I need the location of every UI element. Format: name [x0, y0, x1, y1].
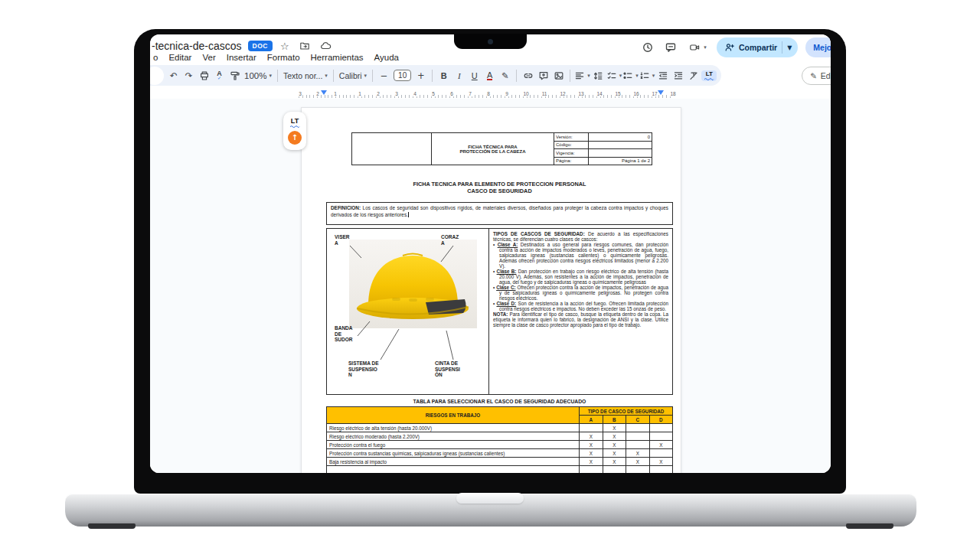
print-button[interactable]	[197, 68, 211, 83]
languagetool-upgrade-button[interactable]: ↑	[288, 131, 302, 145]
add-comment-button[interactable]	[536, 68, 550, 83]
google-docs-window: -tecnica-de-cascos DOC ☆ oEditarVerInser…	[150, 34, 831, 473]
header-label: Versión:	[554, 133, 589, 142]
bold-button[interactable]: B	[436, 68, 451, 83]
class-header-cell: A	[580, 416, 603, 424]
redo-button[interactable]: ↷	[181, 68, 196, 83]
menu-item[interactable]: Formato	[267, 53, 300, 62]
ruler-number: 7	[468, 91, 472, 96]
numbered-list-button[interactable]: ▾	[639, 68, 655, 83]
menu-item[interactable]: Editar	[168, 53, 191, 62]
helmet-class-item: • Clase D: Son de resistencia a la acció…	[493, 301, 668, 311]
mark-cell: X	[649, 458, 673, 466]
font-select[interactable]: Calibri▾	[338, 68, 368, 83]
decrease-font-button[interactable]: −	[377, 68, 391, 83]
languagetool-toolbar-button[interactable]: LT	[701, 70, 717, 81]
header-title-cell: FICHA TÉCNICA PARA PROTECCIÓN DE LA CABE…	[432, 133, 554, 165]
mark-cell	[626, 441, 650, 449]
helmet-info-table: VISERA CORAZA BANDA DE SUDOR SISTEMA DE …	[326, 228, 673, 395]
mark-cell: X	[603, 424, 626, 432]
underline-button[interactable]: U	[467, 68, 482, 83]
risk-cell: Riesgo eléctrico moderado (hasta 2.200V)	[327, 432, 580, 441]
ruler-number: 10	[522, 91, 529, 96]
improve-button[interactable]: Mejorar e	[805, 37, 831, 57]
ruler-number: 8	[486, 91, 491, 96]
mark-cell	[649, 432, 673, 441]
ruler-number: 5	[431, 91, 436, 96]
table-row	[327, 466, 673, 474]
edit-mode-button[interactable]: ✎ Edic	[802, 67, 831, 85]
risk-cell: Baja resistencia al impacto	[327, 458, 580, 466]
pencil-icon: ✎	[810, 71, 817, 80]
ruler-number: 6	[449, 91, 454, 96]
paint-format-icon[interactable]	[227, 68, 242, 83]
spellcheck-icon[interactable]: A✓	[212, 68, 227, 83]
menu-bar: oEditarVerInsertarFormatoHerramientasAyu…	[153, 53, 399, 62]
align-select[interactable]: ▾	[574, 68, 590, 83]
increase-font-button[interactable]: +	[413, 68, 428, 83]
font-size-input[interactable]: 10	[394, 70, 411, 81]
ruler[interactable]: 321123456789101112131415161718	[150, 88, 831, 99]
menu-item[interactable]: Herramientas	[311, 53, 364, 62]
paragraph-style-select[interactable]: Texto nor...▾	[282, 68, 329, 83]
checklist-button[interactable]: ▾	[606, 68, 622, 83]
menu-item[interactable]: Ver	[202, 53, 215, 62]
menu-item[interactable]: Ayuda	[374, 53, 399, 62]
share-label: Compartir	[739, 43, 777, 52]
languagetool-widget[interactable]: LT ↑	[283, 112, 306, 150]
line-spacing-button[interactable]	[591, 68, 606, 83]
mark-cell: X	[603, 458, 626, 466]
menu-item[interactable]: Insertar	[227, 53, 256, 62]
doc-badge: DOC	[248, 41, 273, 51]
highlight-button[interactable]: ✎	[498, 68, 512, 83]
mark-cell: X	[580, 432, 603, 441]
share-button[interactable]: Compartir ▼	[717, 37, 798, 57]
menu-item[interactable]: o	[153, 53, 158, 62]
laptop-display: -tecnica-de-cascos DOC ☆ oEditarVerInser…	[150, 34, 831, 473]
languagetool-logo[interactable]: LT	[289, 118, 300, 128]
italic-button[interactable]: I	[452, 68, 466, 83]
ruler-number: 13	[577, 91, 584, 96]
mark-cell	[626, 424, 650, 432]
table-row: Baja resistencia al impactoXXXX	[327, 458, 673, 466]
search-menus-button[interactable]	[150, 67, 164, 85]
indent-increase-button[interactable]	[671, 68, 685, 83]
laptop-foot-right	[846, 523, 893, 529]
version-history-icon[interactable]	[640, 40, 655, 55]
diagram-label-banda: BANDA DE SUDOR	[335, 325, 354, 343]
indent-decrease-button[interactable]	[655, 68, 670, 83]
diagram-label-coraza: CORAZA	[441, 234, 461, 246]
mark-cell	[649, 449, 673, 458]
video-call-icon[interactable]: ▾	[686, 40, 709, 55]
insert-image-button[interactable]	[551, 68, 566, 83]
ruler-number: 9	[505, 91, 509, 96]
zoom-select[interactable]: 100%▾	[243, 68, 273, 83]
risk-cell: Riesgo eléctrico de alta tensión (hasta …	[327, 424, 580, 432]
bullet-list-button[interactable]: ▾	[622, 68, 639, 83]
header-label: Vigencia:	[554, 149, 589, 158]
helmet-types-text: TIPOS DE CASCOS DE SEGURIDAD: De acuerdo…	[489, 229, 672, 394]
laptop-notch	[454, 34, 527, 49]
clear-formatting-button[interactable]	[686, 68, 701, 83]
class-header-cell: D	[649, 416, 673, 424]
indent-marker-right[interactable]	[658, 90, 664, 95]
star-icon[interactable]: ☆	[279, 41, 291, 52]
share-caret-icon[interactable]: ▼	[787, 44, 795, 51]
comments-icon[interactable]	[663, 40, 678, 55]
ruler-number: 11	[541, 91, 548, 96]
risk-cell: Protección contra el fuego	[327, 441, 580, 449]
diagram-label-sistema: SISTEMA DE SUSPENSION	[348, 360, 379, 378]
indent-marker-left[interactable]	[321, 90, 327, 95]
ruler-number: 2	[315, 91, 320, 96]
undo-button[interactable]: ↶	[166, 68, 181, 83]
ruler-number: 17	[651, 91, 658, 96]
document-title[interactable]: -tecnica-de-cascos	[152, 40, 242, 52]
type-header-cell: TIPO DE CASCO DE SEGURIDAD	[580, 407, 673, 416]
document-page[interactable]: FICHA TÉCNICA PARA PROTECCIÓN DE LA CABE…	[301, 107, 681, 473]
text-color-button[interactable]: A	[482, 68, 497, 83]
cloud-status-icon[interactable]	[318, 38, 334, 54]
mark-cell	[580, 424, 603, 432]
insert-link-button[interactable]	[521, 68, 535, 83]
move-folder-icon[interactable]	[297, 38, 312, 54]
table-row: Riesgo eléctrico moderado (hasta 2.200V)…	[327, 432, 673, 441]
